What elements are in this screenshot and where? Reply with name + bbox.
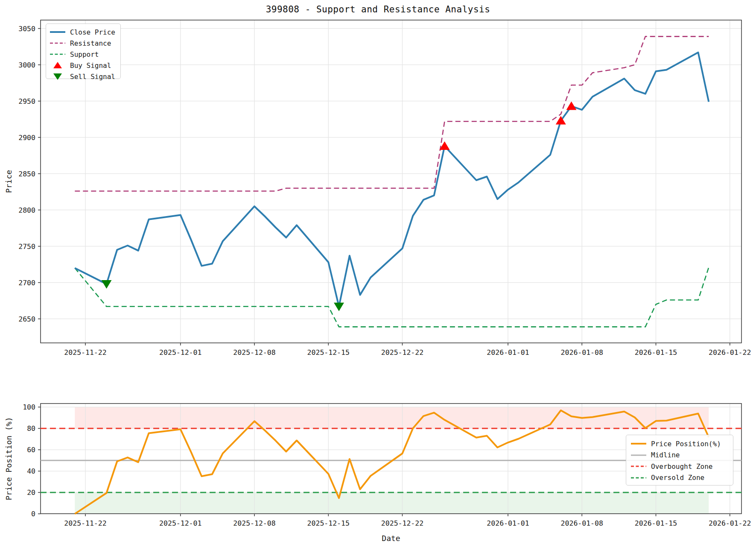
date-xlabel: Date [382, 534, 400, 543]
price-axes-xtick-label: 2025-12-08 [233, 348, 275, 357]
position-legend-item: Midline [630, 450, 729, 461]
buy-signal-marker [556, 116, 566, 125]
overbought-band [75, 407, 709, 428]
price-ylabel: Price [4, 170, 13, 193]
price-legend-item: Resistance [50, 38, 117, 49]
support-line [75, 267, 709, 327]
price-axes-xtick-label: 2025-12-01 [159, 348, 201, 357]
price-axes-xtick-label: 2026-01-22 [709, 348, 751, 357]
price-axes-ytick-label: 2650 [18, 315, 35, 323]
price-chart-legend: Close PriceResistanceSupportBuy SignalSe… [46, 23, 121, 79]
position-legend-swatch-line-icon [630, 440, 647, 448]
position-chart-legend: Price Position(%)MidlineOverbought ZoneO… [626, 435, 733, 486]
price-axes-spines [41, 20, 741, 343]
resistance-line [75, 36, 709, 191]
position-axes-ytick-label: 60 [27, 446, 35, 454]
position-axes-xtick-label: 2025-11-22 [64, 519, 106, 527]
price-legend-item: Sell Signal [50, 71, 117, 82]
price-axes-ytick-label: 2950 [18, 97, 35, 105]
price-legend-swatch-triangle-up-icon [50, 61, 66, 69]
position-axes-ytick-label: 80 [27, 424, 35, 433]
position-axes-ytick-label: 40 [27, 467, 35, 475]
price-axes-ytick-label: 3000 [18, 61, 35, 69]
price-axes-ytick-label: 2900 [18, 134, 35, 142]
position-axes-xtick-label: 2026-01-22 [709, 519, 751, 527]
price-axes-xtick-label: 2026-01-15 [635, 348, 677, 357]
position-axes-xtick-label: 2025-12-08 [233, 519, 275, 527]
price-legend-item: Support [50, 49, 117, 60]
position-legend-item: Oversold Zone [630, 472, 729, 484]
price-axes-xtick-label: 2025-12-15 [307, 348, 350, 357]
price-legend-label: Buy Signal [70, 61, 111, 70]
position-axes-ytick-label: 0 [31, 510, 35, 518]
buy-signal-marker [566, 102, 577, 110]
price-legend-swatch-line-icon [50, 28, 66, 36]
position-legend-label: Overbought Zone [651, 462, 713, 471]
price-axes-xtick-label: 2025-11-22 [64, 348, 106, 357]
sell-signal-marker [334, 303, 344, 311]
position-legend-item: Price Position(%) [630, 438, 729, 450]
oversold-band [75, 492, 709, 514]
price-axes-xtick-label: 2026-01-01 [487, 348, 529, 357]
position-legend-swatch-dashed-icon [630, 462, 647, 470]
position-axes-xtick-label: 2026-01-01 [487, 519, 529, 527]
position-axes-xtick-label: 2026-01-15 [635, 519, 677, 527]
price-legend-label: Support [70, 50, 99, 59]
price-axes-xtick-label: 2025-12-22 [381, 348, 423, 357]
price-axes-ytick-label: 2700 [18, 279, 35, 287]
position-axes-ytick-label: 100 [23, 403, 35, 411]
price-axes-xtick-label: 2026-01-08 [561, 348, 603, 357]
position-axes-xtick-label: 2026-01-08 [561, 519, 603, 527]
position-ylabel: Price Position (%) [4, 417, 13, 500]
position-legend-label: Oversold Zone [651, 474, 704, 482]
position-axes-xtick-label: 2025-12-15 [307, 519, 350, 527]
position-axes-xtick-label: 2025-12-22 [381, 519, 423, 527]
price-legend-swatch-triangle-down-icon [50, 73, 66, 80]
sell-signal-marker [102, 280, 112, 289]
position-legend-swatch-dashed-icon [630, 474, 647, 482]
price-legend-item: Close Price [50, 26, 117, 38]
price-axes-ytick-label: 2800 [18, 206, 35, 214]
position-legend-label: Midline [651, 451, 680, 459]
price-legend-label: Sell Signal [70, 73, 115, 81]
price-legend-item: Buy Signal [50, 60, 117, 71]
position-axes-ytick-label: 20 [27, 488, 35, 497]
position-axes-xtick-label: 2025-12-01 [159, 519, 201, 527]
price-legend-swatch-dashed-icon [50, 39, 66, 47]
price-axes-ytick-label: 2750 [18, 243, 35, 251]
position-legend-label: Price Position(%) [651, 440, 721, 448]
figure: 2025-11-222025-12-012025-12-082025-12-15… [0, 0, 756, 547]
price-axes-ytick-label: 3050 [18, 25, 35, 33]
price-legend-swatch-dashed-icon [50, 50, 66, 58]
price-axes-ytick-label: 2850 [18, 170, 35, 178]
close-price-line [75, 53, 709, 307]
position-legend-swatch-line-icon [630, 451, 647, 459]
price-legend-label: Resistance [70, 39, 111, 47]
figure-title: 399808 - Support and Resistance Analysis [0, 4, 756, 15]
position-legend-item: Overbought Zone [630, 461, 729, 472]
price-legend-label: Close Price [70, 28, 115, 36]
